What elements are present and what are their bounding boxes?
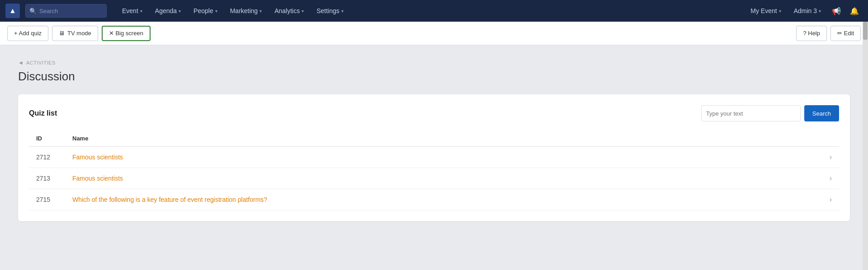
row-arrow[interactable]: › bbox=[821, 147, 839, 168]
chevron-down-icon: ▾ bbox=[302, 9, 304, 14]
scrollbar-track[interactable] bbox=[863, 22, 868, 270]
toolbar-right: ? Help ✏ Edit bbox=[796, 26, 861, 41]
row-name: Which of the following is a key feature … bbox=[65, 189, 821, 210]
search-icon: 🔍 bbox=[29, 8, 37, 14]
help-button[interactable]: ? Help bbox=[796, 26, 827, 41]
table-row[interactable]: 2712 Famous scientists › bbox=[29, 147, 839, 168]
my-event-selector[interactable]: My Event ▾ bbox=[745, 0, 786, 22]
quiz-list-title: Quiz list bbox=[29, 109, 57, 117]
chevron-down-icon: ▾ bbox=[215, 9, 217, 14]
bell-icon: 🔔 bbox=[850, 7, 859, 15]
row-arrow[interactable]: › bbox=[821, 189, 839, 210]
chevron-down-icon: ▾ bbox=[341, 9, 344, 14]
quiz-search-button[interactable]: Search bbox=[804, 105, 839, 121]
row-id: 2713 bbox=[29, 168, 65, 189]
breadcrumb: ◄ ACTIVITIES bbox=[18, 60, 850, 66]
breadcrumb-text: ACTIVITIES bbox=[26, 60, 56, 65]
admin-selector[interactable]: Admin 3 ▾ bbox=[788, 0, 826, 22]
tv-mode-button[interactable]: 🖥 TV mode bbox=[52, 26, 98, 41]
megaphone-button[interactable]: 📢 bbox=[828, 0, 844, 22]
row-arrow[interactable]: › bbox=[821, 168, 839, 189]
chevron-down-icon: ▾ bbox=[179, 9, 181, 14]
breadcrumb-arrow: ◄ bbox=[18, 60, 24, 66]
page-title: Discussion bbox=[18, 70, 850, 84]
row-id: 2712 bbox=[29, 147, 65, 168]
nav-item-settings[interactable]: Settings ▾ bbox=[310, 0, 350, 22]
row-id: 2715 bbox=[29, 189, 65, 210]
nav-item-agenda[interactable]: Agenda ▾ bbox=[149, 0, 187, 22]
tv-icon: 🖥 bbox=[59, 30, 65, 37]
nav-items: Event ▾ Agenda ▾ People ▾ Marketing ▾ An… bbox=[116, 0, 743, 22]
add-quiz-button[interactable]: + Add quiz bbox=[7, 26, 48, 41]
chevron-down-icon: ▾ bbox=[779, 9, 781, 14]
quiz-table: ID Name 2712 Famous scientists › 2713 Fa… bbox=[29, 130, 839, 210]
nav-right: My Event ▾ Admin 3 ▾ 📢 🔔 bbox=[745, 0, 863, 22]
big-screen-button[interactable]: ✕ Big screen bbox=[102, 26, 151, 41]
logo[interactable]: ▲ bbox=[5, 4, 20, 18]
nav-search-box[interactable]: 🔍 Search bbox=[25, 4, 107, 18]
table-row[interactable]: 2713 Famous scientists › bbox=[29, 168, 839, 189]
nav-item-event[interactable]: Event ▾ bbox=[116, 0, 149, 22]
nav-item-analytics[interactable]: Analytics ▾ bbox=[268, 0, 310, 22]
chevron-down-icon: ▾ bbox=[140, 9, 142, 14]
bell-button[interactable]: 🔔 bbox=[846, 0, 863, 22]
top-nav: ▲ 🔍 Search Event ▾ Agenda ▾ People ▾ Mar… bbox=[0, 0, 868, 22]
megaphone-icon: 📢 bbox=[832, 7, 841, 15]
table-row[interactable]: 2715 Which of the following is a key fea… bbox=[29, 189, 839, 210]
table-header: ID Name bbox=[29, 130, 839, 147]
table-body: 2712 Famous scientists › 2713 Famous sci… bbox=[29, 147, 839, 210]
nav-item-people[interactable]: People ▾ bbox=[187, 0, 224, 22]
nav-search-placeholder: Search bbox=[39, 8, 58, 14]
nav-item-marketing[interactable]: Marketing ▾ bbox=[224, 0, 268, 22]
quiz-search-input[interactable] bbox=[701, 105, 801, 121]
edit-button[interactable]: ✏ Edit bbox=[830, 26, 861, 41]
main-content: ◄ ACTIVITIES Discussion Quiz list Search… bbox=[0, 45, 868, 270]
quiz-search-area: Search bbox=[701, 105, 839, 121]
chevron-down-icon: ▾ bbox=[259, 9, 262, 14]
logo-icon: ▲ bbox=[9, 7, 16, 15]
quiz-card-header: Quiz list Search bbox=[29, 105, 839, 121]
quiz-card: Quiz list Search ID Name bbox=[18, 94, 850, 221]
chevron-down-icon: ▾ bbox=[819, 9, 821, 14]
column-header-name: Name bbox=[65, 130, 821, 147]
row-name: Famous scientists bbox=[65, 147, 821, 168]
toolbar: + Add quiz 🖥 TV mode ✕ Big screen ? Help… bbox=[0, 22, 868, 45]
scrollbar-thumb[interactable] bbox=[863, 22, 868, 40]
column-header-id: ID bbox=[29, 130, 65, 147]
row-name: Famous scientists bbox=[65, 168, 821, 189]
